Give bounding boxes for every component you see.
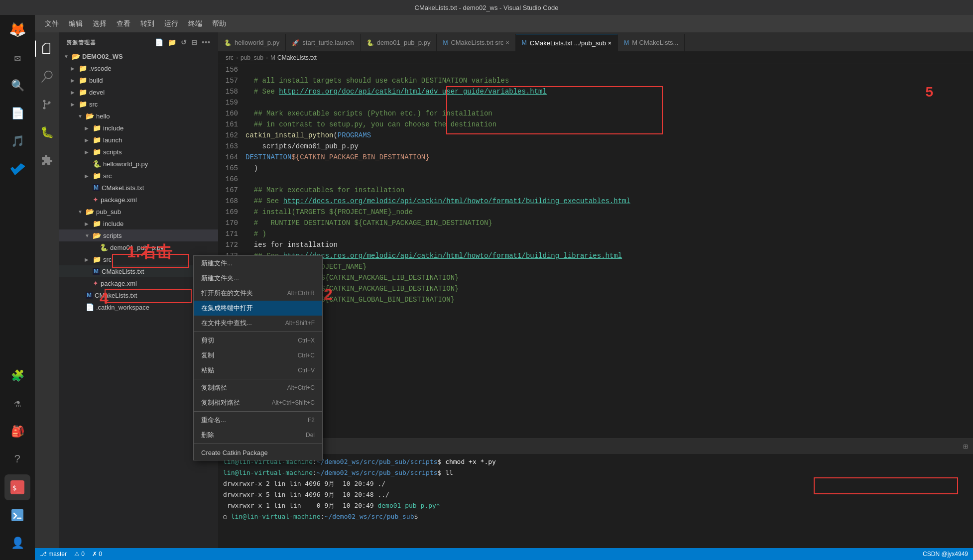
- firefox-icon[interactable]: 🦊: [4, 17, 30, 43]
- menu-item-转到[interactable]: 转到: [135, 17, 159, 30]
- ctx-item-复制[interactable]: 复制Ctrl+C: [194, 348, 322, 363]
- git-branch[interactable]: ⎇ master: [40, 551, 67, 558]
- code-line-166: [245, 174, 963, 185]
- ctx-item-在集成终端中打开[interactable]: 在集成终端中打开: [194, 301, 322, 316]
- tree-item-src[interactable]: ▶📁src: [59, 98, 218, 110]
- refresh-btn[interactable]: ↺: [181, 38, 187, 46]
- bag-icon[interactable]: 🎒: [4, 419, 30, 445]
- search-activity-icon[interactable]: [35, 64, 59, 89]
- extensions-activity-icon[interactable]: [35, 148, 59, 173]
- terminal-line-1: lin@lin-virtual-machine:~/demo02_ws/src/…: [223, 467, 968, 478]
- ctx-item-复制路径[interactable]: 复制路径Alt+Ctrl+C: [194, 380, 322, 395]
- ctx-item-粘贴[interactable]: 粘贴Ctrl+V: [194, 363, 322, 378]
- tree-item-hello[interactable]: ▼📂hello: [59, 110, 218, 122]
- vscode-icon[interactable]: [4, 156, 30, 182]
- more-btn[interactable]: •••: [202, 38, 211, 46]
- mail-icon[interactable]: ✉: [4, 45, 30, 71]
- menu-item-编辑[interactable]: 编辑: [64, 17, 88, 30]
- tab-helloworld_p.py[interactable]: 🐍helloworld_p.py: [218, 34, 286, 51]
- tree-item-devel[interactable]: ▶📁devel: [59, 86, 218, 98]
- files-icon[interactable]: 📄: [4, 101, 30, 126]
- code-editor[interactable]: 1561571581591601611621631641651661671681…: [218, 64, 973, 439]
- annotation-4: 4: [100, 289, 109, 308]
- vscode-bottom-icon[interactable]: [4, 502, 30, 528]
- tree-item-hello-launch[interactable]: ▶📁launch: [59, 134, 218, 146]
- tab-cmakelists.txt-.../pub_sub-×[interactable]: MCMakeLists.txt .../pub_sub ×: [516, 34, 618, 51]
- code-line-175: # DESTINATION ${CATKIN_PACKAGE_LIB_DESTI…: [245, 272, 963, 283]
- menu-bar: 文件编辑选择查看转到运行终端帮助: [35, 15, 973, 32]
- menu-item-文件[interactable]: 文件: [40, 17, 64, 30]
- terminal-line-5: ○ lin@lin-virtual-machine:~/demo02_ws/sr…: [223, 511, 968, 522]
- music-icon[interactable]: 🎵: [4, 128, 30, 154]
- tree-item-pubsub-include[interactable]: ▶📁include: [59, 218, 218, 229]
- help-icon[interactable]: ?: [4, 447, 30, 472]
- tree-item-pub_sub[interactable]: ▼📂pub_sub: [59, 206, 218, 218]
- ctx-separator: [194, 379, 322, 379]
- new-folder-btn[interactable]: 📁: [168, 38, 177, 46]
- ctx-item-删除[interactable]: 删除Del: [194, 428, 322, 443]
- menu-item-运行[interactable]: 运行: [159, 17, 183, 30]
- ctx-item-Create-Catkin-Package[interactable]: Create Catkin Package: [194, 445, 322, 460]
- tree-item-vscode[interactable]: ▶📁.vscode: [59, 62, 218, 74]
- extensions-icon[interactable]: 🧩: [4, 363, 30, 389]
- user-icon[interactable]: 👤: [4, 530, 30, 556]
- explorer-activity-icon[interactable]: [35, 36, 59, 61]
- code-line-156: [245, 64, 963, 75]
- ctx-item-重命名...[interactable]: 重命名...F2: [194, 413, 322, 428]
- line-num-156: 156: [218, 64, 238, 75]
- new-file-btn[interactable]: 📄: [155, 38, 164, 46]
- terminal-icon[interactable]: $_: [4, 474, 30, 500]
- code-line-176: # DESTINATION ${CATKIN_PACKAGE_LIB_DESTI…: [245, 283, 963, 294]
- git-activity-icon[interactable]: [35, 92, 59, 117]
- tree-item-build[interactable]: ▶📁build: [59, 74, 218, 86]
- tree-item-demo02_ws[interactable]: ▼📂DEMO02_WS: [59, 50, 218, 62]
- code-line-173: ## See http://docs.ros.org/melodic/api/c…: [245, 250, 963, 261]
- svg-point-3: [43, 100, 46, 103]
- tabs-bar: 🐍helloworld_p.py🚀start_turtle.launch🐍dem…: [218, 32, 973, 51]
- debug-activity-icon[interactable]: 🐛: [35, 120, 59, 145]
- tree-item-helloworld[interactable]: 🐍helloworld_p.py: [59, 158, 218, 170]
- warning-count[interactable]: ✗ 0: [92, 551, 102, 558]
- ctx-item-复制相对路径[interactable]: 复制相对路径Alt+Ctrl+Shift+C: [194, 395, 322, 410]
- line-num-168: 168: [218, 196, 238, 207]
- code-line-164: DESTINATION ${CATKIN_PACKAGE_BIN_DESTINA…: [245, 152, 963, 163]
- ctx-item-剪切[interactable]: 剪切Ctrl+X: [194, 333, 322, 348]
- search-icon[interactable]: 🔍: [4, 73, 30, 99]
- code-line-165: ): [245, 163, 963, 174]
- tree-item-pubsub-scripts[interactable]: ▼📂scripts: [59, 229, 218, 241]
- code-line-160: ## Mark executable scripts (Python etc.)…: [245, 108, 963, 119]
- menu-item-帮助[interactable]: 帮助: [207, 17, 231, 30]
- tab-m-cmakelists...[interactable]: MM CMakeLists...: [618, 34, 685, 51]
- ctx-item-打开所在的文件夹[interactable]: 打开所在的文件夹Alt+Ctrl+R: [194, 286, 322, 301]
- menu-item-查看[interactable]: 查看: [112, 17, 135, 30]
- terminal-line-2: drwxrwxr-x 2 lin lin 4096 9月 10 20:49 ./: [223, 478, 968, 489]
- tree-item-hello-package[interactable]: ✦package.xml: [59, 194, 218, 206]
- ctx-item-新建文件夹...[interactable]: 新建文件夹...: [194, 271, 322, 286]
- error-count[interactable]: ⚠ 0: [74, 551, 85, 558]
- tree-item-hello-cmake[interactable]: MCMakeLists.txt: [59, 182, 218, 194]
- tab-start_turtle.launch[interactable]: 🚀start_turtle.launch: [286, 34, 360, 51]
- line-num-167: 167: [218, 185, 238, 196]
- code-line-157: # all install targets should use catkin …: [245, 75, 963, 86]
- menu-item-终端[interactable]: 终端: [183, 17, 207, 30]
- menu-item-选择[interactable]: 选择: [88, 17, 112, 30]
- terminal-content[interactable]: lin@lin-virtual-machine:~/demo02_ws/src/…: [218, 454, 973, 548]
- ctx-item-新建文件...[interactable]: 新建文件...: [194, 256, 322, 271]
- context-menu: 新建文件...新建文件夹...打开所在的文件夹Alt+Ctrl+R在集成终端中打…: [193, 255, 323, 460]
- breadcrumb: src › pub_sub › M CMakeLists.txt: [218, 51, 973, 64]
- tab-cmakelists.txt-src-×[interactable]: MCMakeLists.txt src ×: [437, 34, 515, 51]
- tree-item-hello-src2[interactable]: ▶📁src: [59, 170, 218, 182]
- line-num-159: 159: [218, 97, 238, 108]
- tree-item-hello-scripts[interactable]: ▶📁scripts: [59, 146, 218, 158]
- tree-item-hello-include[interactable]: ▶📁include: [59, 122, 218, 134]
- line-num-158: 158: [218, 86, 238, 97]
- beaker-icon[interactable]: ⚗: [4, 391, 30, 417]
- code-line-161: ## in contrast to setup.py, you can choo…: [245, 119, 963, 130]
- tab-demo01_pub_p.py[interactable]: 🐍demo01_pub_p.py: [361, 34, 437, 51]
- collapse-btn[interactable]: ⊟: [191, 38, 198, 46]
- line-num-164: 164: [218, 152, 238, 163]
- ctx-item-在文件夹中查找...[interactable]: 在文件夹中查找...Alt+Shift+F: [194, 316, 322, 331]
- terminal-line-0: lin@lin-virtual-machine:~/demo02_ws/src/…: [223, 456, 968, 467]
- code-line-177: # DESTINATION ${CATKIN_GLOBAL_BIN_DESTIN…: [245, 294, 963, 305]
- terminal-close[interactable]: ⊞: [963, 443, 968, 450]
